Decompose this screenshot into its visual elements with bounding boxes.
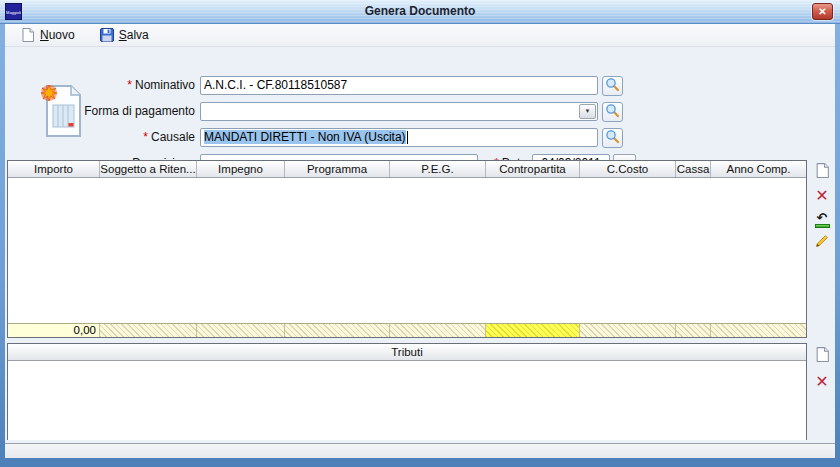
nominativo-row: *Nominativo A.N.C.I. - CF.80118510587 — [5, 76, 835, 95]
text-caret — [407, 131, 408, 144]
causale-input[interactable]: MANDATI DIRETTI - Non IVA (Uscita) — [200, 128, 598, 147]
tributi-actions: ✕ — [809, 346, 835, 406]
column-header-ccosto[interactable]: C.Costo — [580, 161, 676, 177]
causale-selected-text: MANDATI DIRETTI - Non IVA (Uscita) — [204, 130, 406, 144]
add-row-button[interactable] — [812, 162, 832, 182]
total-soggetto-cell — [100, 324, 197, 337]
causale-row: *Causale MANDATI DIRETTI - Non IVA (Usci… — [5, 128, 835, 147]
new-button-label: Nuovo — [40, 28, 75, 42]
nominativo-search-button[interactable] — [602, 76, 623, 96]
undo-row-button[interactable]: ↶ — [812, 210, 832, 230]
save-button-label: Salva — [119, 28, 149, 42]
tributi-grid: Tributi — [7, 343, 807, 440]
total-programma-cell — [285, 324, 390, 337]
total-ccosto-cell — [580, 324, 676, 337]
document-form: *Nominativo A.N.C.I. - CF.80118510587 Fo… — [5, 47, 835, 159]
new-document-icon — [20, 27, 36, 43]
grid-header-row: Importo Soggetto a Riten... Impegno Prog… — [8, 161, 806, 178]
righe-documento-grid: Importo Soggetto a Riten... Impegno Prog… — [7, 160, 807, 338]
grid-actions: ✕ ↶ — [809, 160, 835, 280]
required-marker: * — [143, 130, 148, 144]
window-content: Nuovo Salva — [5, 24, 835, 458]
close-icon: ✕ — [818, 6, 826, 17]
status-bar — [5, 443, 835, 458]
total-importo-cell: 0,00 — [8, 324, 100, 337]
column-header-soggetto[interactable]: Soggetto a Riten... — [100, 161, 197, 177]
tributi-header[interactable]: Tributi — [8, 344, 806, 361]
forma-pagamento-dropdown-button[interactable]: ▼ — [579, 104, 596, 119]
grid-total-row: 0,00 — [8, 323, 806, 337]
column-header-peg[interactable]: P.E.G. — [390, 161, 486, 177]
delete-x-icon: ✕ — [815, 188, 828, 204]
forma-pagamento-combo[interactable]: ▼ — [200, 102, 598, 121]
column-header-programma[interactable]: Programma — [285, 161, 390, 177]
close-button[interactable]: ✕ — [812, 3, 833, 20]
add-tributo-button[interactable] — [812, 346, 832, 366]
total-cassa-cell — [676, 324, 711, 337]
nominativo-input[interactable]: A.N.C.I. - CF.80118510587 — [200, 76, 598, 95]
column-header-impegno[interactable]: Impegno — [197, 161, 285, 177]
new-button[interactable]: Nuovo — [15, 24, 80, 46]
grid-empty-body[interactable] — [8, 178, 806, 323]
tributi-empty-body[interactable] — [8, 361, 806, 440]
forma-pagamento-label: Forma di pagamento — [5, 102, 195, 121]
forma-pagamento-search-button[interactable] — [602, 102, 623, 122]
column-header-cassa[interactable]: Cassa — [676, 161, 711, 177]
window-title: Genera Documento — [0, 4, 840, 18]
save-floppy-icon — [99, 27, 115, 43]
title-bar[interactable]: Maggioli Genera Documento ✕ — [0, 0, 840, 24]
delete-row-button[interactable]: ✕ — [812, 186, 832, 206]
column-header-importo[interactable]: Importo — [8, 161, 100, 177]
chevron-down-icon: ▼ — [585, 103, 591, 120]
total-contropartita-cell — [486, 324, 580, 337]
undo-icon: ↶ — [815, 213, 830, 228]
new-document-icon — [814, 346, 831, 367]
required-marker: * — [127, 78, 132, 92]
forma-pagamento-row: Forma di pagamento ▼ — [5, 102, 835, 121]
edit-row-button[interactable] — [812, 233, 832, 253]
pencil-icon — [814, 233, 830, 253]
total-peg-cell — [390, 324, 486, 337]
nominativo-label: *Nominativo — [5, 76, 195, 95]
search-icon — [605, 103, 620, 121]
total-anno-comp-cell — [711, 324, 806, 337]
search-icon — [605, 77, 620, 95]
causale-search-button[interactable] — [602, 128, 623, 148]
new-document-icon — [814, 162, 831, 183]
column-header-anno-comp[interactable]: Anno Comp. — [711, 161, 806, 177]
search-icon — [605, 129, 620, 147]
delete-tributo-button[interactable]: ✕ — [812, 372, 832, 392]
total-impegno-cell — [197, 324, 285, 337]
genera-documento-window: Maggioli Genera Documento ✕ Nuovo Salva — [0, 0, 840, 467]
toolbar: Nuovo Salva — [5, 24, 835, 47]
causale-label: *Causale — [5, 128, 195, 147]
column-header-contropartita[interactable]: Contropartita — [486, 161, 580, 177]
delete-x-icon: ✕ — [815, 374, 828, 390]
save-button[interactable]: Salva — [94, 24, 154, 46]
